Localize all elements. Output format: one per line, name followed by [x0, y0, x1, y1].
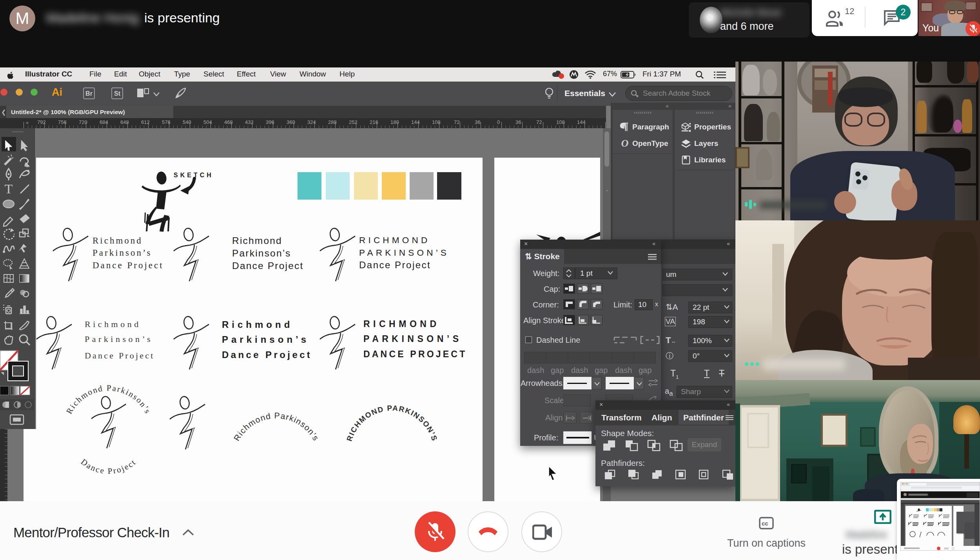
- svg-text:Parkinson’s: Parkinson’s: [232, 248, 291, 258]
- svg-text:Parkinson’s: Parkinson’s: [85, 334, 153, 344]
- svg-text:RICHMOND: RICHMOND: [363, 319, 440, 329]
- svg-text:DANCE PROJECT: DANCE PROJECT: [363, 349, 467, 359]
- svg-text:T: T: [5, 182, 13, 196]
- svg-text:Dance Project: Dance Project: [222, 349, 312, 360]
- svg-text:Richmond: Richmond: [85, 319, 141, 329]
- svg-text:Dance Project: Dance Project: [232, 260, 303, 271]
- svg-text:Dance Project: Dance Project: [93, 260, 164, 270]
- svg-text:Dance Project: Dance Project: [85, 351, 155, 360]
- svg-text:Parkinson’s: Parkinson’s: [93, 248, 152, 258]
- svg-text:Parkinson’s: Parkinson’s: [222, 334, 309, 345]
- svg-text:O: O: [621, 138, 629, 149]
- svg-text:Richmond Parkinson’s: Richmond Parkinson’s: [232, 411, 321, 442]
- svg-text:PARKINSON’S: PARKINSON’S: [363, 334, 462, 344]
- svg-text:RICHMOND PARKINSON’S: RICHMOND PARKINSON’S: [345, 404, 439, 442]
- svg-text:RICHMOND: RICHMOND: [359, 235, 430, 245]
- svg-text:Richmond Parkinson’s: Richmond Parkinson’s: [64, 383, 153, 416]
- svg-text:Richmond: Richmond: [93, 236, 143, 245]
- svg-text:cc: cc: [762, 520, 768, 527]
- svg-text:Dance Project: Dance Project: [359, 260, 431, 270]
- svg-text:Dance Project: Dance Project: [79, 457, 138, 476]
- svg-text:PARKINSON’S: PARKINSON’S: [359, 248, 449, 258]
- svg-text:Richmond: Richmond: [232, 235, 282, 246]
- svg-text:Richmond: Richmond: [222, 319, 293, 330]
